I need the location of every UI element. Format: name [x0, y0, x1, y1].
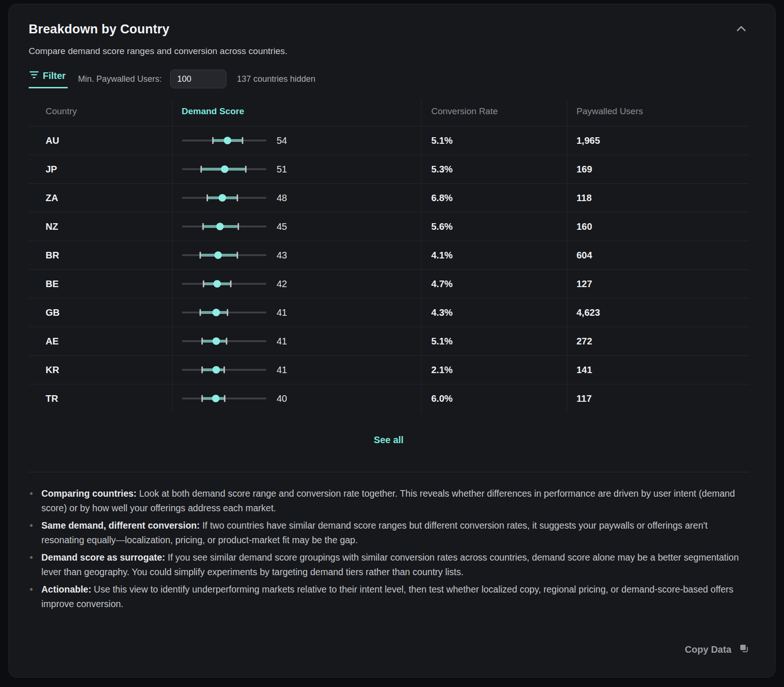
demand-score-value: 40 [277, 393, 287, 404]
min-paywalled-users-label: Min. Paywalled Users: [78, 74, 162, 84]
table-row: GB 41 4.3% 4,623 [29, 298, 749, 327]
demand-score-dot [221, 165, 228, 173]
table-row: JP 51 5.3% 169 [29, 155, 749, 184]
collapse-button[interactable] [734, 23, 749, 36]
demand-range-low-cap [206, 195, 208, 202]
filter-row: Filter Min. Paywalled Users: 137 countri… [29, 70, 749, 88]
insight-item: Same demand, different conversion: If tw… [29, 518, 749, 547]
demand-score-value: 42 [277, 279, 287, 289]
demand-score-value: 43 [277, 250, 287, 261]
country-code: AE [46, 336, 59, 346]
demand-range-low-cap [201, 367, 203, 374]
demand-score-cell: 45 [182, 221, 421, 232]
demand-score-range-slider [182, 250, 267, 260]
demand-score-value: 51 [277, 164, 287, 175]
demand-range-high-cap [226, 338, 227, 345]
demand-score-cell: 41 [182, 365, 421, 375]
paywalled-users-value: 141 [577, 365, 592, 375]
country-code: KR [46, 365, 59, 375]
conversion-rate-value: 5.1% [431, 135, 453, 146]
demand-range-high-cap [242, 137, 243, 144]
demand-range-high-cap [223, 367, 225, 374]
see-all-link[interactable]: See all [374, 435, 403, 445]
min-paywalled-users-input[interactable] [170, 70, 227, 88]
demand-score-dot [212, 309, 220, 316]
demand-score-range-slider [182, 308, 267, 317]
demand-score-range-slider [182, 164, 267, 174]
card-subtitle: Compare demand score ranges and conversi… [29, 46, 749, 56]
demand-score-cell: 41 [182, 307, 421, 318]
table-row: AE 41 5.1% 272 [29, 327, 749, 356]
table-row: NZ 45 5.6% 160 [29, 212, 749, 241]
country-code: NZ [46, 221, 58, 232]
demand-score-range-slider [182, 222, 267, 231]
page-title: Breakdown by Country [29, 22, 170, 37]
filter-icon [30, 70, 39, 81]
paywalled-users-value: 4,623 [577, 307, 600, 318]
demand-range-high-cap [237, 195, 238, 202]
demand-score-range-slider [182, 193, 267, 203]
column-header-country[interactable]: Country [29, 100, 172, 126]
column-header-conversion-rate[interactable]: Conversion Rate [421, 100, 567, 126]
see-all-wrap: See all [29, 435, 749, 445]
table-row: BE 42 4.7% 127 [29, 270, 749, 298]
demand-score-cell: 41 [182, 336, 421, 347]
table-row: KR 41 2.1% 141 [29, 356, 749, 384]
demand-range-low-cap [200, 252, 201, 259]
country-table-body: AU 54 5.1% 1,965 JP [29, 126, 749, 413]
table-row: BR 43 4.1% 604 [29, 241, 749, 270]
demand-score-cell: 43 [182, 250, 421, 261]
demand-score-dot [216, 223, 224, 230]
copy-data-button[interactable]: Copy Data [685, 643, 749, 656]
country-code: AU [46, 135, 59, 146]
column-header-paywalled-users[interactable]: Paywalled Users [567, 100, 749, 126]
insights-list: Comparing countries: Look at both demand… [29, 486, 749, 614]
demand-score-range-slider [182, 336, 267, 346]
table-row: AU 54 5.1% 1,965 [29, 126, 749, 155]
filter-tab[interactable]: Filter [29, 70, 68, 88]
demand-score-cell: 42 [182, 279, 421, 289]
paywalled-users-value: 117 [577, 393, 592, 404]
demand-range-low-cap [203, 281, 204, 288]
column-header-demand-score[interactable]: Demand Score [172, 100, 421, 126]
copy-icon [739, 643, 749, 656]
country-code: ZA [46, 193, 58, 203]
demand-score-cell: 40 [182, 393, 421, 404]
demand-range-low-cap [212, 137, 214, 144]
conversion-rate-value: 5.1% [431, 336, 453, 346]
conversion-rate-value: 4.3% [431, 307, 453, 318]
section-divider [29, 472, 749, 472]
demand-score-dot [219, 194, 226, 202]
demand-range-low-cap [201, 338, 203, 345]
demand-range-low-cap [200, 309, 201, 316]
demand-score-value: 54 [277, 135, 287, 146]
card-footer: Copy Data [29, 643, 749, 656]
conversion-rate-value: 4.1% [431, 250, 453, 260]
demand-score-value: 41 [277, 365, 287, 375]
conversion-rate-value: 6.8% [431, 193, 453, 203]
demand-score-value: 48 [277, 193, 287, 203]
country-code: JP [46, 164, 57, 174]
chevron-up-icon [736, 27, 747, 34]
card-header: Breakdown by Country [29, 22, 749, 37]
country-code: BR [46, 250, 59, 260]
country-code: GB [46, 307, 60, 318]
demand-score-value: 45 [277, 221, 287, 232]
filter-tab-label: Filter [43, 70, 66, 81]
table-row: ZA 48 6.8% 118 [29, 184, 749, 212]
demand-range-low-cap [202, 223, 204, 230]
demand-range-high-cap [245, 166, 247, 173]
demand-range-high-cap [230, 281, 231, 288]
demand-score-dot [214, 251, 222, 259]
paywalled-users-value: 169 [577, 164, 592, 174]
demand-score-dot [213, 280, 221, 288]
demand-range-low-cap [200, 166, 202, 173]
demand-score-dot [224, 137, 231, 144]
demand-score-range-slider [182, 279, 267, 289]
conversion-rate-value: 2.1% [431, 365, 453, 375]
demand-range-low-cap [201, 395, 203, 402]
country-code: TR [46, 393, 58, 404]
demand-score-dot [212, 366, 220, 374]
demand-score-range-slider [182, 394, 267, 403]
demand-score-value: 41 [277, 336, 287, 347]
